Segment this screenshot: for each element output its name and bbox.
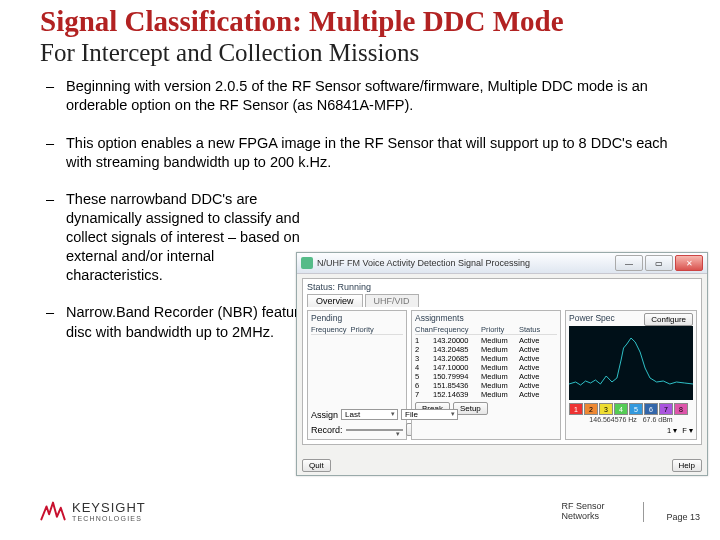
table-row[interactable]: 5150.79994MediumActive [415, 372, 557, 381]
tab-uhf[interactable]: UHF/VID [365, 294, 419, 307]
record-label: Record: [311, 425, 343, 435]
assignments-rows: 1143.20000MediumActive2143.20485MediumAc… [415, 336, 557, 399]
table-row[interactable]: 4147.10000MediumActive [415, 363, 557, 372]
slide-title: Signal Classification: Multiple DDC Mode [40, 6, 680, 37]
assign-dropdown[interactable]: Last [341, 409, 398, 420]
keysight-icon [40, 500, 66, 522]
close-button[interactable]: ✕ [675, 255, 703, 271]
minimize-button[interactable]: — [615, 255, 643, 271]
assign-label: Assign [311, 410, 338, 420]
pending-pane: Pending Frequency Priority Assign Last F… [307, 310, 407, 440]
brand-name: KEYSIGHT [72, 500, 146, 515]
app-window: N/UHF FM Voice Activity Detection Signal… [296, 252, 708, 476]
setup-button[interactable]: Setup [453, 402, 488, 415]
table-row[interactable]: 3143.20685MediumActive [415, 354, 557, 363]
maximize-button[interactable]: ▭ [645, 255, 673, 271]
assignments-pane: Assignments Chan Frequency Priority Stat… [411, 310, 561, 440]
svg-rect-0 [569, 326, 693, 400]
table-row[interactable]: 2143.20485MediumActive [415, 345, 557, 354]
bullet-item: These narrowband DDC's are dynamically a… [40, 190, 306, 286]
col-frequency: Frequency [311, 325, 346, 334]
tab-overview[interactable]: Overview [307, 294, 363, 307]
quit-button[interactable]: Quit [302, 459, 331, 472]
pending-title: Pending [311, 313, 403, 323]
record-dropdown[interactable] [346, 429, 403, 431]
status-label: Status: Running [307, 282, 697, 292]
spectrum-axis: 146.564576 Hz 67.6 dBm [569, 416, 693, 423]
bullet-item: This option enables a new FPGA image in … [40, 134, 680, 172]
cursor-boxes: 1 2 3 4 5 6 7 8 [569, 403, 693, 415]
help-button[interactable]: Help [672, 459, 702, 472]
table-row[interactable]: 7152.14639MediumActive [415, 390, 557, 399]
footer-group: RF Sensor Networks [561, 502, 621, 522]
table-row[interactable]: 6151.85436MediumActive [415, 381, 557, 390]
assignments-title: Assignments [415, 313, 557, 323]
col-priority: Priority [350, 325, 373, 334]
brand-sub: TECHNOLOGIES [72, 515, 146, 522]
spectrum-plot [569, 326, 693, 400]
spectrum-title: Power Spec [569, 313, 615, 324]
file-dropdown[interactable]: File [401, 409, 458, 420]
page-number: Page 13 [666, 512, 700, 522]
configure-button[interactable]: Configure [644, 313, 693, 326]
window-title: N/UHF FM Voice Activity Detection Signal… [317, 258, 613, 268]
footer-separator [643, 502, 644, 522]
brand-logo: KEYSIGHT TECHNOLOGIES [40, 500, 146, 522]
bullet-item: Beginning with version 2.0.5 of the RF S… [40, 77, 680, 115]
window-titlebar: N/UHF FM Voice Activity Detection Signal… [297, 253, 707, 274]
app-icon [301, 257, 313, 269]
table-row[interactable]: 1143.20000MediumActive [415, 336, 557, 345]
slide-subtitle: For Intercept and Collection Missions [40, 39, 680, 67]
spectrum-pane: Power Spec Configure 1 2 3 4 [565, 310, 697, 440]
